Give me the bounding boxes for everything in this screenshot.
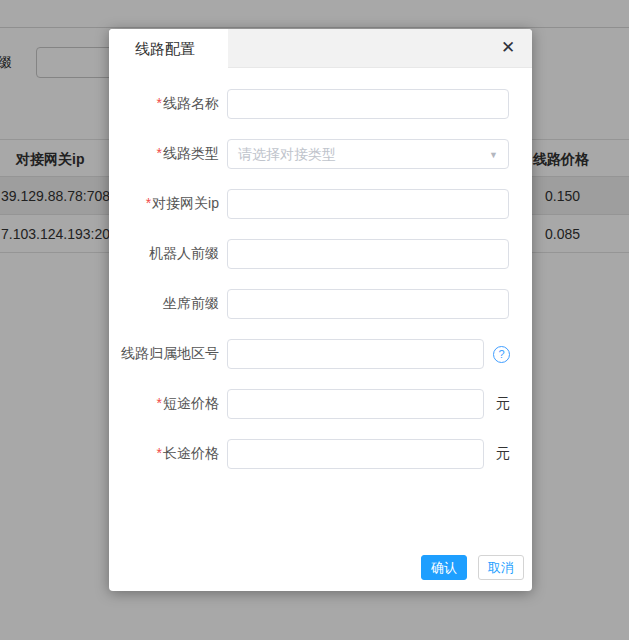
required-asterisk: * [157,395,162,411]
gateway-ip-input[interactable] [227,189,509,219]
robot-prefix-label: 机器人前缀 [109,245,219,263]
page: 前缀 对接网关ip 线路价格 39.129.88.78:708 0.150 7.… [0,0,629,640]
short-price-input[interactable] [227,389,484,419]
label-text: 线路名称 [163,95,219,111]
required-asterisk: * [146,195,151,211]
long-price-input[interactable] [227,439,484,469]
dialog-title-tab: 线路配置 [109,29,228,69]
short-price-label: *短途价格 [109,395,219,413]
area-code-label: 线路归属地区号 [109,345,219,363]
dialog-form: *线路名称 *线路类型 请选择对接类型 ▼ *对接网关ip 机器人前缀 [109,68,532,469]
long-price-label: *长途价格 [109,445,219,463]
dialog-header: 线路配置 ✕ [109,29,532,68]
confirm-button[interactable]: 确认 [421,555,467,580]
form-row-area-code: 线路归属地区号 ? [109,339,532,369]
label-text: 线路归属地区号 [121,345,219,361]
dialog-title: 线路配置 [109,29,228,68]
line-name-label: *线路名称 [109,95,219,113]
yuan-unit-label: 元 [496,395,510,413]
chevron-down-icon: ▼ [489,150,498,160]
form-row-line-type: *线路类型 请选择对接类型 ▼ [109,139,532,169]
required-asterisk: * [157,145,162,161]
line-type-label: *线路类型 [109,145,219,163]
label-text: 线路类型 [163,145,219,161]
cancel-button[interactable]: 取消 [478,555,524,580]
area-code-input[interactable] [227,339,484,369]
close-icon[interactable]: ✕ [497,37,519,59]
line-config-dialog: 线路配置 ✕ *线路名称 *线路类型 请选择对接类型 ▼ *对接网关ip [109,29,532,591]
label-text: 长途价格 [163,445,219,461]
label-text: 短途价格 [163,395,219,411]
agent-prefix-label: 坐席前缀 [109,295,219,313]
form-row-line-name: *线路名称 [109,89,532,119]
required-asterisk: * [157,445,162,461]
form-row-robot-prefix: 机器人前缀 [109,239,532,269]
form-row-long-price: *长途价格 元 [109,439,532,469]
form-row-agent-prefix: 坐席前缀 [109,289,532,319]
gateway-ip-label: *对接网关ip [109,195,219,213]
form-row-short-price: *短途价格 元 [109,389,532,419]
label-text: 对接网关ip [152,195,219,211]
required-asterisk: * [157,95,162,111]
line-type-select[interactable]: 请选择对接类型 ▼ [227,139,509,169]
select-placeholder: 请选择对接类型 [228,140,508,168]
yuan-unit-label: 元 [496,445,510,463]
label-text: 坐席前缀 [163,295,219,311]
robot-prefix-input[interactable] [227,239,509,269]
line-name-input[interactable] [227,89,509,119]
form-row-gateway-ip: *对接网关ip [109,189,532,219]
dialog-footer: 确认 取消 [421,555,524,580]
agent-prefix-input[interactable] [227,289,509,319]
label-text: 机器人前缀 [149,245,219,261]
help-icon[interactable]: ? [493,346,510,363]
